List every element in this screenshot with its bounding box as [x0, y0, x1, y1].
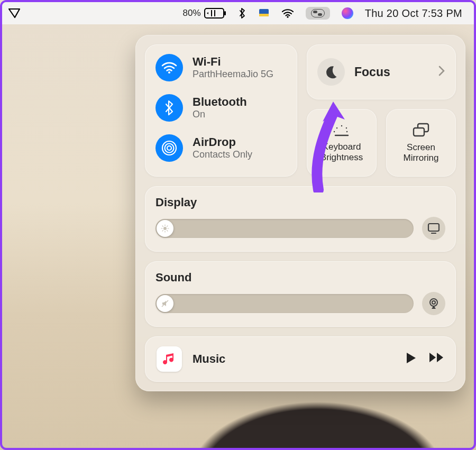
moon-icon: [317, 58, 345, 86]
screen-mirroring-button[interactable]: Screen Mirroring: [386, 109, 456, 177]
svg-point-14: [430, 299, 437, 306]
chevron-right-icon[interactable]: [438, 65, 445, 79]
bluetooth-menu-icon[interactable]: [238, 7, 246, 19]
focus-toggle[interactable]: Focus: [307, 44, 456, 99]
bluetooth-icon: [155, 94, 183, 122]
display-title: Display: [155, 196, 445, 209]
play-icon: [405, 352, 417, 364]
airplay-audio-button[interactable]: [422, 292, 445, 315]
music-app-icon: [157, 346, 182, 372]
screen-mirroring-icon: [411, 122, 431, 138]
display-icon: [427, 223, 440, 234]
wifi-menu-icon[interactable]: [281, 8, 294, 19]
siri-menu-icon[interactable]: [342, 7, 353, 19]
keyboard-brightness-button[interactable]: Keyboard Brightness: [307, 109, 377, 177]
wifi-toggle[interactable]: Wi-Fi ParthHeemaJio 5G: [155, 54, 287, 81]
wifi-icon: [155, 54, 183, 81]
display-module: Display: [145, 186, 456, 252]
now-playing-module[interactable]: Music: [145, 336, 456, 382]
clock[interactable]: Thu 20 Oct 7:53 PM: [365, 7, 462, 20]
wifi-subtitle: ParthHeemaJio 5G: [193, 69, 273, 80]
play-button[interactable]: [405, 352, 417, 366]
airdrop-subtitle: Contacts Only: [193, 149, 252, 160]
keyboard-brightness-line2: Brightness: [321, 152, 363, 163]
airdrop-toggle[interactable]: AirDrop Contacts Only: [155, 134, 287, 162]
svg-rect-10: [414, 128, 424, 136]
connectivity-card: Wi-Fi ParthHeemaJio 5G Bluetooth On Ai: [145, 44, 297, 177]
wifi-title: Wi-Fi: [193, 56, 273, 68]
svg-point-11: [163, 227, 167, 230]
menu-bar: 80% Thu 20 Oct 7:53 PM: [2, 2, 474, 24]
siri-icon: [342, 7, 353, 19]
keyboard-brightness-line1: Keyboard: [321, 142, 363, 152]
screen-mirroring-line2: Mirroring: [403, 153, 438, 163]
now-playing-label: Music: [193, 352, 225, 366]
control-center-menu-icon[interactable]: [306, 7, 330, 20]
display-settings-button[interactable]: [422, 217, 445, 240]
sound-module: Sound: [145, 261, 456, 327]
control-center-icon: [311, 9, 325, 17]
svg-point-7: [165, 144, 174, 153]
airdrop-title: AirDrop: [193, 136, 252, 148]
svg-rect-3: [259, 14, 269, 16]
battery-charging-icon: [204, 8, 226, 19]
volume-mute-thumb-icon: [157, 295, 173, 312]
keyboard-brightness-icon: [332, 123, 351, 137]
sound-title: Sound: [155, 271, 445, 284]
focus-label: Focus: [354, 65, 390, 79]
svg-rect-1: [224, 11, 226, 15]
control-center-panel: Wi-Fi ParthHeemaJio 5G Bluetooth On Ai: [135, 35, 465, 391]
svg-point-5: [168, 71, 170, 74]
brightness-thumb-icon: [157, 220, 173, 237]
menubar-leading-icon[interactable]: [7, 7, 21, 19]
airplay-audio-icon: [427, 297, 440, 310]
battery-status[interactable]: 80%: [183, 8, 226, 19]
svg-point-4: [287, 16, 288, 17]
airdrop-icon: [155, 134, 183, 162]
bluetooth-subtitle: On: [193, 109, 247, 120]
battery-percentage: 80%: [183, 8, 201, 19]
third-party-menu-icon[interactable]: [258, 8, 270, 19]
svg-point-6: [167, 146, 171, 150]
fast-forward-icon: [428, 352, 444, 363]
sound-volume-slider[interactable]: [155, 294, 414, 313]
bluetooth-title: Bluetooth: [193, 96, 247, 108]
bluetooth-toggle[interactable]: Bluetooth On: [155, 94, 287, 122]
svg-rect-12: [428, 224, 439, 231]
screen-mirroring-line1: Screen: [403, 142, 438, 153]
next-track-button[interactable]: [428, 352, 444, 366]
display-brightness-slider[interactable]: [155, 219, 414, 238]
svg-point-13: [432, 301, 435, 304]
